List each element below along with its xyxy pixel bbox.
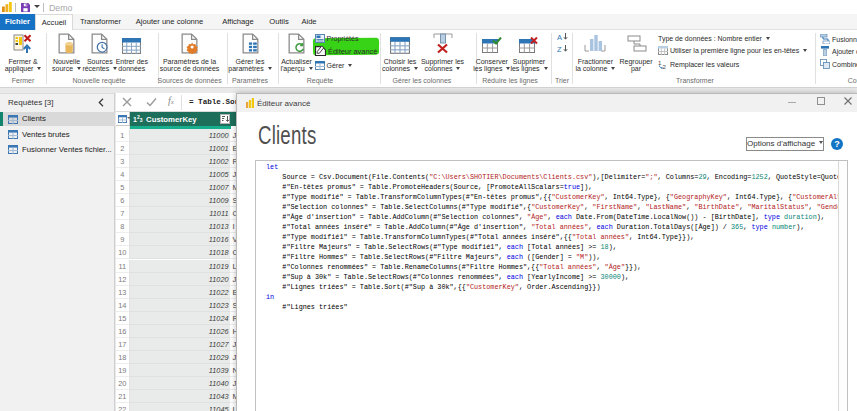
svg-text:A: A — [557, 32, 562, 41]
svg-text:Z: Z — [557, 44, 562, 53]
svg-text:2: 2 — [663, 64, 667, 69]
svg-text:1: 1 — [658, 60, 662, 66]
